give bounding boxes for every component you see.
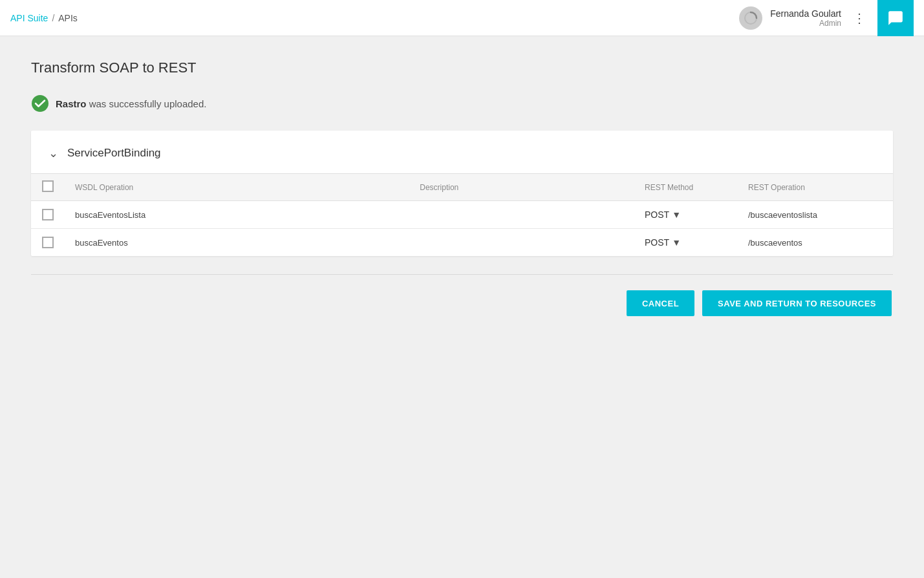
breadcrumb-parent[interactable]: API Suite [10,13,48,23]
card-header: ⌄ ServicePortBinding [31,131,893,173]
row-checkbox-1[interactable] [42,237,54,248]
rest-operation-cell: /buscaeventoslista [738,201,893,229]
binding-card: ⌄ ServicePortBinding WSDL Operation Desc… [31,131,893,256]
rest-method-header: REST Method [634,174,738,201]
method-label: POST [645,237,669,248]
content-divider [31,274,893,275]
description-cell [409,229,634,257]
svg-point-1 [32,95,48,112]
row-checkbox-cell[interactable] [31,201,65,229]
table-row: buscaEventosLista POST ▼ /buscaeventosli… [31,201,893,229]
rest-operation-cell: /buscaeventos [738,229,893,257]
user-role: Admin [819,19,841,28]
row-checkbox-0[interactable] [42,209,54,220]
rest-method-cell: POST ▼ [634,201,738,229]
user-name: Fernanda Goulart [770,8,841,19]
success-icon [31,94,49,112]
table-row: buscaEventos POST ▼ /buscaeventos [31,229,893,257]
action-bar: CANCEL SAVE AND RETURN TO RESOURCES [31,290,893,316]
header-right: Fernanda Goulart Admin ⋮ [739,0,914,36]
page-title: Transform SOAP to REST [31,59,893,76]
more-options-icon[interactable]: ⋮ [849,8,870,28]
method-dropdown-icon[interactable]: ▼ [672,237,681,248]
operations-table: WSDL Operation Description REST Method R… [31,173,893,256]
table-header-row: WSDL Operation Description REST Method R… [31,174,893,201]
rest-operation-header: REST Operation [738,174,893,201]
rest-method-cell: POST ▼ [634,229,738,257]
wsdl-operation-cell: buscaEventos [65,229,409,257]
method-dropdown-icon[interactable]: ▼ [672,209,681,220]
select-all-header[interactable] [31,174,65,201]
save-button[interactable]: SAVE AND RETURN TO RESOURCES [702,290,892,316]
breadcrumb-current: APIs [58,13,78,23]
app-header: API Suite / APIs Fernanda Goulart Admin … [0,0,924,36]
collapse-chevron-icon[interactable]: ⌄ [47,146,59,160]
cancel-button[interactable]: CANCEL [627,290,694,316]
binding-name: ServicePortBinding [67,147,161,160]
wsdl-operation-header: WSDL Operation [65,174,409,201]
main-content: Transform SOAP to REST Rastro was succes… [0,36,924,332]
success-banner: Rastro was successfully uploaded. [31,94,893,112]
description-cell [409,201,634,229]
breadcrumb-separator: / [52,13,54,23]
description-header: Description [409,174,634,201]
loader-icon [739,6,762,30]
breadcrumb: API Suite / APIs [10,13,78,23]
select-all-checkbox[interactable] [42,180,54,192]
method-label: POST [645,209,669,220]
success-message: Rastro was successfully uploaded. [56,98,206,109]
user-info: Fernanda Goulart Admin [770,8,841,28]
chat-button[interactable] [877,0,914,36]
wsdl-operation-cell: buscaEventosLista [65,201,409,229]
row-checkbox-cell[interactable] [31,229,65,257]
